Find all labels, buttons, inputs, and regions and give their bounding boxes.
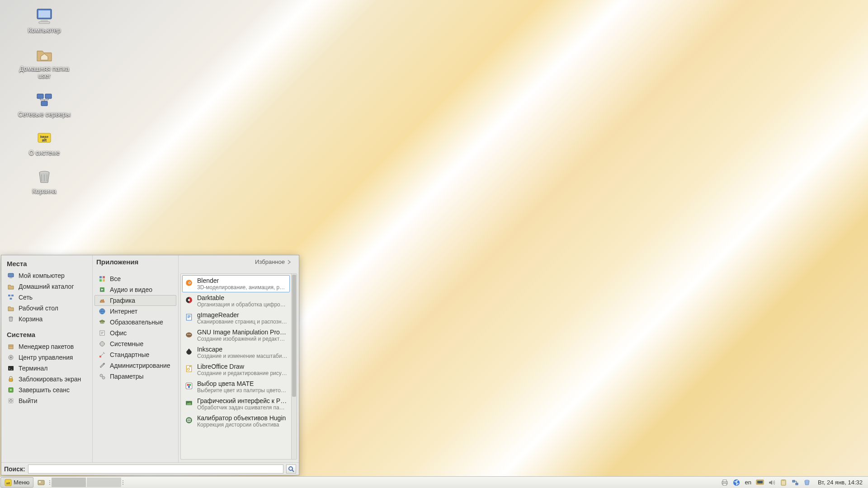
system-logout[interactable]: Завершить сеанс xyxy=(3,385,90,395)
app-icon-mate-color xyxy=(184,380,193,392)
cat-edu-icon xyxy=(98,318,106,326)
bluetooth-tray-icon[interactable] xyxy=(732,478,741,487)
app-name: GNU Image Manipulation Progr… xyxy=(197,328,288,336)
desktop-icon-about[interactable]: basealt О системе xyxy=(8,130,80,156)
place-label: Корзина xyxy=(19,315,42,323)
about-icon: basealt xyxy=(34,130,54,148)
svg-point-36 xyxy=(102,376,105,379)
category-admin[interactable]: Администрирование xyxy=(94,360,176,371)
taskbar-clock[interactable]: Вт, 24 янв, 14:32 xyxy=(814,479,866,486)
app-darktable[interactable]: DarktableОрганизация и обработка цифровы… xyxy=(182,292,290,310)
app-icon-inkscape xyxy=(184,346,193,357)
trash-tray-icon[interactable] xyxy=(802,478,811,487)
svg-point-32 xyxy=(100,342,104,346)
volume-tray-icon[interactable] xyxy=(767,478,776,487)
app-icon-darktable xyxy=(184,294,193,306)
category-internet[interactable]: Интернет xyxy=(94,306,176,317)
show-desktop-icon xyxy=(38,479,45,486)
app-inkscape[interactable]: InkscapeСоздание и изменение масштабиру… xyxy=(182,344,290,361)
places-title: Места xyxy=(3,258,90,270)
place-my-computer[interactable]: Мой компьютер xyxy=(3,270,90,281)
app-name: Darktable xyxy=(197,294,288,301)
place-label: Сеть xyxy=(19,294,33,301)
app-name: Inkscape xyxy=(197,346,288,353)
app-description: Создание и изменение масштабиру… xyxy=(197,353,288,359)
keyboard-layout-indicator[interactable]: en xyxy=(744,479,753,486)
search-input[interactable] xyxy=(28,465,283,474)
app-blender[interactable]: Blender3D-моделирование, анимация, ренд… xyxy=(182,275,290,292)
app-hugin-calib[interactable]: Калибратор объективов HuginКоррекция дис… xyxy=(182,413,290,430)
cat-gfx-icon xyxy=(98,296,106,305)
place-desktop[interactable]: Рабочий стол xyxy=(3,303,90,314)
quit-icon xyxy=(7,397,15,405)
task-switcher-slot[interactable] xyxy=(52,478,86,487)
svg-rect-28 xyxy=(103,279,105,282)
svg-rect-33 xyxy=(99,356,101,357)
system-title: Система xyxy=(3,329,90,341)
category-label: Графика xyxy=(110,297,135,304)
svg-rect-27 xyxy=(99,279,102,282)
place-label: Рабочий стол xyxy=(19,305,58,312)
category-label: Офис xyxy=(110,329,127,337)
network-tray-icon[interactable] xyxy=(791,478,800,487)
place-home-catalog[interactable]: Домашний каталог xyxy=(3,281,90,292)
task-switcher-slot[interactable] xyxy=(87,478,121,487)
svg-point-39 xyxy=(189,282,190,283)
menu-icon: alt xyxy=(5,479,12,486)
desktop-icon-trash[interactable]: Корзина xyxy=(8,168,80,195)
category-label: Системные xyxy=(110,340,143,347)
system-lock[interactable]: Заблокировать экран xyxy=(3,374,90,385)
svg-rect-5 xyxy=(45,94,52,99)
clipboard-tray-icon[interactable] xyxy=(779,478,788,487)
app-description: Выберите цвет из палитры цветов … xyxy=(197,387,288,394)
place-trash[interactable]: Корзина xyxy=(3,314,90,324)
desktop-icon-label: Компьютер xyxy=(28,27,61,34)
search-button[interactable] xyxy=(286,465,296,474)
system-label: Выйти xyxy=(19,397,37,404)
svg-point-16 xyxy=(9,317,13,318)
category-preferences[interactable]: Параметры xyxy=(94,371,176,382)
category-office[interactable]: Офис xyxy=(94,328,176,338)
svg-rect-17 xyxy=(9,345,13,349)
search-row: Поиск: xyxy=(1,462,299,475)
desktop-icon-label: Домашняя папка user xyxy=(19,65,69,80)
start-menu-places-panel: Места Мой компьютерДомашний каталогСетьР… xyxy=(1,255,93,462)
category-all[interactable]: Все xyxy=(94,273,176,284)
place-network[interactable]: Сеть xyxy=(3,292,90,303)
panel-grip[interactable] xyxy=(48,477,51,488)
svg-rect-61 xyxy=(723,483,726,485)
system-control-center[interactable]: Центр управления xyxy=(3,352,90,363)
desktop-icon-network[interactable]: Сетевые серверы xyxy=(8,91,80,118)
desktop-icon-home[interactable]: Домашняя папка user xyxy=(8,46,80,80)
lock-icon xyxy=(7,375,15,383)
category-label: Интернет xyxy=(110,308,137,315)
category-system-cat[interactable]: Системные xyxy=(94,338,176,349)
category-graphics[interactable]: Графика xyxy=(94,295,176,306)
system-terminal[interactable]: Терминал xyxy=(3,363,90,374)
show-desktop-button[interactable] xyxy=(34,477,48,488)
app-scrollbar[interactable] xyxy=(291,274,297,459)
app-gimp[interactable]: GNU Image Manipulation Progr…Создание из… xyxy=(182,327,290,344)
app-mate-color[interactable]: Выбор цвета MATEВыберите цвет из палитры… xyxy=(182,378,290,395)
app-pt-gui[interactable]: Графический интерфейс к PT…Обработчик за… xyxy=(182,395,290,413)
start-menu-categories-panel: Приложения Избранное ВсеАудио и видеоГра… xyxy=(93,255,179,462)
category-education[interactable]: Образовательные xyxy=(94,317,176,328)
cat-sys-icon xyxy=(98,340,106,348)
computer-icon xyxy=(7,272,15,280)
category-audio-video[interactable]: Аудио и видео xyxy=(94,284,176,295)
display-tray-icon[interactable] xyxy=(755,478,764,487)
system-quit[interactable]: Выйти xyxy=(3,395,90,406)
svg-rect-58 xyxy=(39,481,41,483)
svg-rect-67 xyxy=(793,480,795,482)
app-gimagereader[interactable]: gImageReaderСканирование страниц и распо… xyxy=(182,310,290,327)
desktop-icon-computer[interactable]: Компьютер xyxy=(8,7,80,34)
printer-tray-icon[interactable] xyxy=(720,478,729,487)
category-accessories[interactable]: Стандартные xyxy=(94,349,176,360)
menu-button[interactable]: alt Меню xyxy=(0,477,33,488)
app-lodraw[interactable]: LibreOffice DrawСоздание и редактировани… xyxy=(182,361,290,378)
system-pkg-manager[interactable]: Менеджер пакетов xyxy=(3,341,90,352)
trash-icon xyxy=(7,315,15,323)
system-label: Терминал xyxy=(19,365,47,372)
svg-rect-14 xyxy=(11,295,14,296)
app-icon-gimagereader xyxy=(184,311,193,323)
